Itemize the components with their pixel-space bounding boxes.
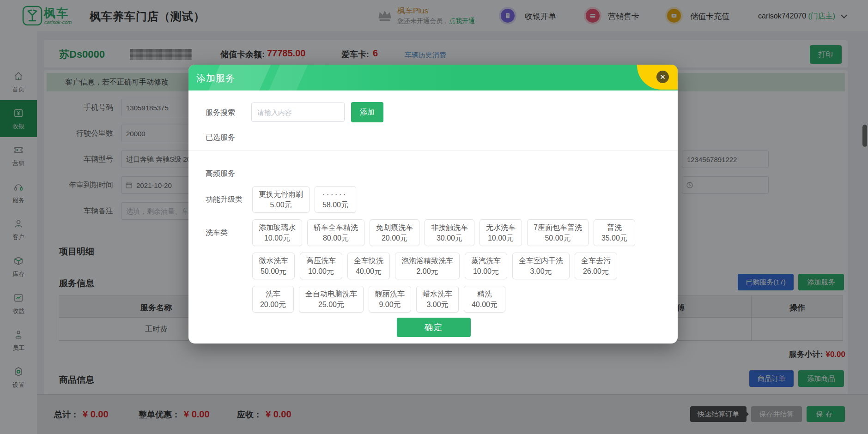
service-chip[interactable]: 添加玻璃水10.00元 — [252, 219, 302, 246]
modal-add-button[interactable]: 添加 — [351, 102, 383, 122]
service-chip[interactable]: 全自动电脑洗车25.00元 — [299, 286, 364, 313]
category-wash-label: 洗车类 — [206, 228, 228, 238]
service-chip[interactable]: 全车室内干洗3.00元 — [512, 253, 570, 279]
close-icon[interactable]: ✕ — [656, 71, 669, 83]
wash-chip-row-2: 微水洗车50.00元 高压洗车10.00元 全车快洗40.00元 泡泡浴精致洗车… — [252, 253, 617, 279]
service-chip[interactable]: 精洗40.00元 — [464, 286, 505, 313]
service-chip[interactable]: 高压洗车10.00元 — [300, 253, 342, 279]
service-chip[interactable]: 非接触洗车30.00元 — [425, 219, 474, 246]
service-chip[interactable]: 轿车全车精洗80.00元 — [307, 219, 364, 246]
service-chip[interactable]: 洗车20.00元 — [252, 286, 294, 313]
modal-title: 添加服务 — [196, 72, 235, 84]
category-upgrade-label: 功能升级类 — [206, 195, 243, 205]
service-search-input[interactable] — [251, 102, 345, 122]
service-chip[interactable]: 靓丽洗车9.00元 — [369, 286, 411, 313]
service-chip[interactable]: 蒸汽洗车10.00元 — [465, 253, 507, 279]
wash-chip-row-1: 添加玻璃水10.00元 轿车全车精洗80.00元 免划痕洗车20.00元 非接触… — [252, 219, 635, 246]
page-scrollbar-thumb[interactable] — [862, 125, 867, 147]
service-chip[interactable]: 7座面包车普洗50.00元 — [527, 219, 589, 246]
service-chip[interactable]: 普洗35.00元 — [594, 219, 635, 246]
service-search-label: 服务搜索 — [206, 108, 235, 118]
add-service-modal: 添加服务 ✕ 服务搜索 添加 已选服务 高频服务 功能升级类 更换无骨雨刷5.0… — [188, 65, 678, 344]
frequent-services-label: 高频服务 — [206, 169, 235, 179]
service-chip[interactable]: 泡泡浴精致洗车2.00元 — [395, 253, 460, 279]
service-chip[interactable]: 无水洗车10.00元 — [480, 219, 522, 246]
confirm-button[interactable]: 确定 — [397, 318, 471, 337]
selected-services-label: 已选服务 — [206, 133, 235, 143]
service-chip[interactable]: 蜡水洗车3.00元 — [416, 286, 459, 313]
service-chip[interactable]: ······58.00元 — [315, 186, 356, 213]
service-chip[interactable]: 更换无骨雨刷5.00元 — [252, 186, 310, 213]
service-chip[interactable]: 免划痕洗车20.00元 — [370, 219, 419, 246]
wash-chip-row-3: 洗车20.00元 全自动电脑洗车25.00元 靓丽洗车9.00元 蜡水洗车3.0… — [252, 286, 505, 313]
modal-divider — [188, 151, 678, 151]
service-chip[interactable]: 全车去污26.00元 — [575, 253, 617, 279]
app: 枫车 carisok·com 枫车养车门店（测试） 枫车Plus 您还未开通会员… — [0, 0, 868, 434]
upgrade-chip-row: 更换无骨雨刷5.00元 ······58.00元 — [252, 186, 356, 213]
service-chip[interactable]: 微水洗车50.00元 — [252, 253, 295, 279]
service-chip[interactable]: 全车快洗40.00元 — [347, 253, 390, 279]
modal-header: 添加服务 — [188, 65, 678, 90]
